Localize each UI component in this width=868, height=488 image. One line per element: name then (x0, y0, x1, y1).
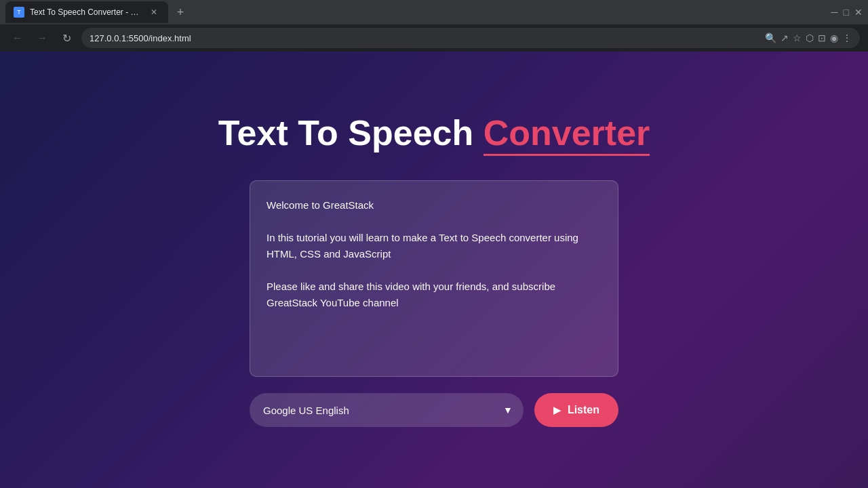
controls-row: Google US English Google UK English Fema… (250, 393, 618, 427)
address-icons: 🔍 ↗ ☆ ⬡ ⊡ ◉ ⋮ (765, 33, 852, 43)
tab-controls-right: ─ □ ✕ (831, 7, 863, 18)
extensions-icon[interactable]: ⬡ (806, 33, 814, 43)
text-input[interactable] (250, 180, 618, 377)
profile-icon[interactable]: ◉ (830, 33, 838, 43)
voice-select-wrapper: Google US English Google UK English Fema… (250, 393, 524, 427)
minimize-button[interactable]: ─ (831, 7, 838, 18)
address-text: 127.0.0.1:5500/index.html (90, 33, 191, 43)
voice-select[interactable]: Google US English Google UK English Fema… (250, 393, 524, 427)
listen-button[interactable]: ▶ Listen (534, 393, 618, 427)
browser-chrome: T Text To Speech Converter - Great ✕ + ─… (0, 0, 868, 52)
split-view-icon[interactable]: ⊡ (818, 33, 826, 43)
main-content: Text To Speech Converter Google US Engli… (0, 113, 868, 427)
title-text-part1: Text To Speech (218, 113, 484, 152)
address-bar: ← → ↻ 127.0.0.1:5500/index.html 🔍 ↗ ☆ ⬡ … (0, 24, 868, 52)
forward-button[interactable]: → (33, 28, 52, 47)
close-window-button[interactable]: ✕ (854, 7, 863, 18)
search-icon[interactable]: 🔍 (765, 33, 776, 43)
page-title: Text To Speech Converter (218, 113, 650, 153)
tab-favicon: T (14, 7, 24, 18)
back-button[interactable]: ← (8, 28, 27, 47)
share-icon[interactable]: ↗ (781, 33, 789, 43)
title-text-highlight: Converter (484, 113, 650, 156)
refresh-button[interactable]: ↻ (57, 28, 76, 47)
menu-icon[interactable]: ⋮ (842, 33, 852, 43)
play-icon: ▶ (553, 405, 561, 415)
active-tab[interactable]: T Text To Speech Converter - Great ✕ (5, 1, 168, 23)
listen-label: Listen (568, 404, 599, 416)
bookmark-star-icon[interactable]: ☆ (793, 33, 802, 43)
new-tab-button[interactable]: + (171, 3, 190, 22)
tab-title: Text To Speech Converter - Great (30, 7, 142, 17)
tab-bar: T Text To Speech Converter - Great ✕ + ─… (0, 0, 868, 24)
tab-close-button[interactable]: ✕ (148, 6, 160, 18)
address-input[interactable]: 127.0.0.1:5500/index.html 🔍 ↗ ☆ ⬡ ⊡ ◉ ⋮ (81, 28, 860, 48)
maximize-button[interactable]: □ (844, 7, 849, 18)
